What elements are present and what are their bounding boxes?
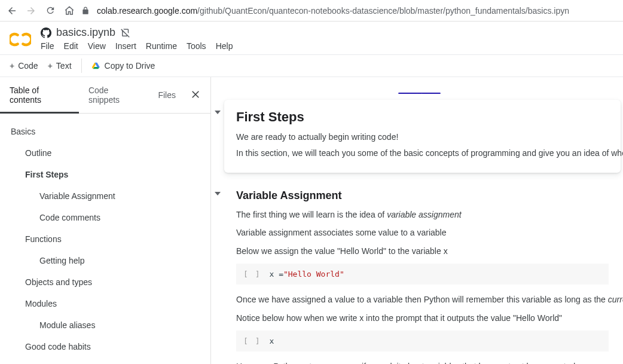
top-link-row: _________: [216, 84, 623, 94]
tab-files[interactable]: Files: [148, 82, 185, 108]
menu-tools[interactable]: Tools: [187, 41, 206, 51]
address-bar[interactable]: colab.research.google.com/github/QuantEc…: [97, 6, 569, 16]
add-code-button[interactable]: +Code: [10, 61, 38, 71]
lock-icon: [81, 7, 90, 15]
top-link[interactable]: _________: [398, 84, 440, 94]
copy-to-drive-button[interactable]: Copy to Drive: [91, 61, 155, 71]
first-steps-heading: First Steps: [236, 109, 609, 125]
github-icon: [41, 27, 51, 38]
va-p4a: Once we have assigned a value to a varia…: [236, 295, 608, 304]
sidebar: Table of contents Code snippets Files Ba…: [0, 77, 211, 364]
toolbar: +Code +Text Copy to Drive: [0, 54, 623, 77]
toc-item-variable-assignment[interactable]: Variable Assignment: [0, 185, 210, 207]
va-p4b: current: [608, 295, 623, 304]
cell-gutter: [ ]: [243, 337, 261, 345]
chevron-down-icon[interactable]: [215, 192, 221, 195]
chevron-down-icon[interactable]: [215, 111, 221, 114]
code1-var: x =: [269, 270, 283, 279]
first-steps-cell[interactable]: First Steps We are ready to actually beg…: [224, 100, 621, 173]
menu-help[interactable]: Help: [216, 41, 233, 51]
close-icon: [190, 89, 201, 100]
menu-insert[interactable]: Insert: [115, 41, 136, 51]
browser-toolbar: colab.research.google.com/github/QuantEc…: [0, 0, 623, 22]
copy-to-drive-label: Copy to Drive: [105, 61, 155, 71]
menu-runtime[interactable]: Runtime: [146, 41, 177, 51]
notebook-filename[interactable]: basics.ipynb: [56, 26, 115, 39]
va-p1b: variable assignment: [387, 210, 462, 219]
forward-button[interactable]: [24, 4, 38, 18]
va-p5: Notice below how when we write x into th…: [236, 311, 609, 325]
toc-item-module-aliases[interactable]: Module aliases: [0, 314, 210, 336]
main-area: Table of contents Code snippets Files Ba…: [0, 77, 623, 364]
code2-var: x: [269, 337, 274, 345]
toc-item-first-steps[interactable]: First Steps: [0, 164, 210, 185]
va-p1a: The first thing we will learn is the ide…: [236, 210, 387, 219]
menubar: File Edit View Insert Runtime Tools Help: [41, 41, 613, 54]
url-host: colab.research.google.com: [97, 6, 197, 16]
colab-header: basics.ipynb File Edit View Insert Runti…: [0, 22, 623, 54]
sidebar-tabs: Table of contents Code snippets Files: [0, 77, 210, 114]
plus-icon: +: [10, 61, 14, 71]
back-button[interactable]: [5, 4, 19, 18]
toc-item-basics[interactable]: Basics: [0, 121, 210, 142]
unsaved-changes-icon: [120, 27, 131, 38]
add-code-label: Code: [18, 61, 38, 71]
variable-assignment-cell[interactable]: Variable Assignment The first thing we w…: [224, 187, 621, 364]
first-steps-p2: In this section, we will teach you some …: [236, 147, 609, 160]
va-p2: Variable assignment associates some valu…: [236, 226, 609, 239]
toc-item-objects[interactable]: Objects and types: [0, 271, 210, 293]
tab-toc[interactable]: Table of contents: [0, 77, 79, 113]
menu-view[interactable]: View: [88, 41, 106, 51]
notebook-area: _________ First Steps We are ready to ac…: [211, 77, 623, 364]
menu-file[interactable]: File: [41, 41, 54, 51]
menu-edit[interactable]: Edit: [64, 41, 78, 51]
code1-str: "Hello World": [283, 270, 344, 279]
tab-snippets[interactable]: Code snippets: [79, 77, 149, 113]
first-steps-p1: We are ready to actually begin writing c…: [236, 131, 609, 143]
va-p3: Below we assign the value "Hello World" …: [236, 244, 609, 258]
home-button[interactable]: [62, 4, 77, 18]
add-text-button[interactable]: +Text: [48, 61, 72, 71]
toc-item-modules[interactable]: Modules: [0, 293, 210, 314]
code-cell-2[interactable]: [ ] x: [236, 331, 609, 351]
va-p1: The first thing we will learn is the ide…: [236, 208, 609, 221]
add-text-label: Text: [56, 61, 72, 71]
url-path: /github/QuantEcon/quantecon-notebooks-da…: [197, 6, 569, 16]
va-p4: Once we have assigned a value to a varia…: [236, 293, 609, 306]
toc-item-good-code[interactable]: Good code habits: [0, 336, 210, 357]
sidebar-close-button[interactable]: [185, 84, 206, 106]
code-cell-1[interactable]: [ ] x = "Hello World": [236, 264, 609, 285]
toc-item-getting-help[interactable]: Getting help: [0, 250, 210, 271]
table-of-contents: Basics Outline First Steps Variable Assi…: [0, 114, 210, 364]
cell-gutter: [ ]: [243, 270, 261, 279]
reload-button[interactable]: [43, 4, 57, 18]
toc-item-functions[interactable]: Functions: [0, 228, 210, 250]
variable-assignment-heading: Variable Assignment: [236, 189, 609, 202]
toc-item-code-comments[interactable]: Code comments: [0, 207, 210, 228]
va-p6: However, Python returns an error if we a…: [236, 360, 609, 364]
title-row: basics.ipynb: [41, 26, 613, 39]
toolbar-separator: [81, 59, 82, 73]
drive-icon: [91, 61, 101, 71]
toc-item-outline[interactable]: Outline: [0, 142, 210, 164]
plus-icon: +: [48, 61, 53, 71]
colab-logo-icon: [10, 29, 31, 50]
